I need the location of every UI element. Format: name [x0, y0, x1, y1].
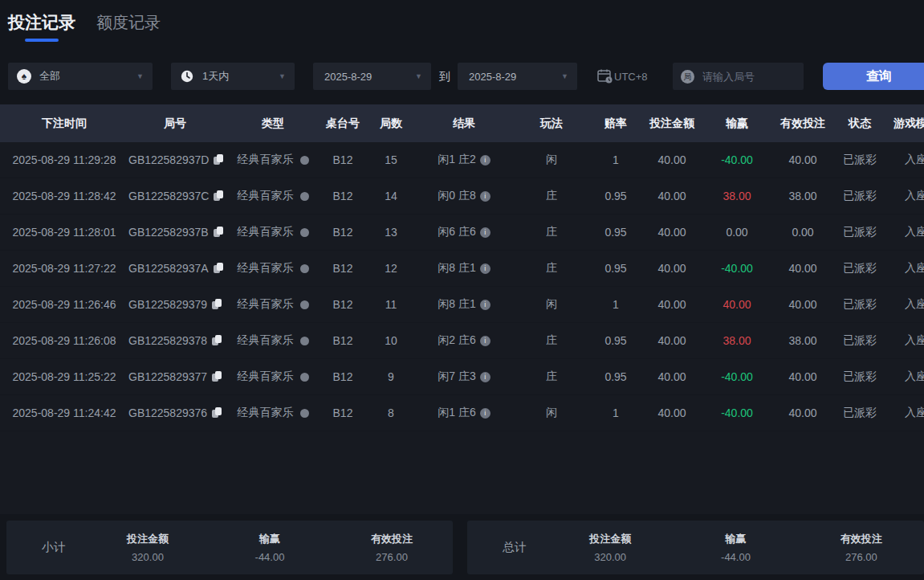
bet-amount: 40.00 [636, 262, 708, 275]
bet-amount: 40.00 [636, 406, 708, 419]
game-type: 经典百家乐 [222, 153, 324, 167]
type-dot-icon [300, 156, 309, 165]
column-header: 玩法 [507, 116, 596, 131]
round-count: 14 [361, 190, 421, 202]
clock-icon [180, 69, 194, 84]
play-type: 闲 [507, 153, 596, 167]
game-id: GB1225829379 [128, 298, 222, 311]
bet-time: 2025-08-29 11:26:46 [0, 298, 128, 311]
game-type: 经典百家乐 [222, 406, 324, 420]
result: 闲2 庄6i [421, 333, 507, 348]
odds: 0.95 [596, 334, 636, 347]
column-header: 结果 [421, 116, 507, 131]
odds: 1 [596, 406, 636, 419]
play-type: 闲 [507, 406, 596, 420]
bet-amount: 40.00 [636, 190, 708, 202]
summary-field: 投注金额 320.00 [547, 532, 673, 563]
status: 已派彩 [840, 153, 880, 167]
game-mode: 入座 [880, 261, 924, 276]
bet-time: 2025-08-29 11:28:01 [0, 226, 128, 239]
table-number: B12 [324, 226, 361, 239]
summary-bar: 小计 投注金额 320.00 输赢 -44.00 有效投注 276.00 总计 … [6, 521, 924, 574]
status: 已派彩 [840, 370, 880, 384]
tab-bar: 投注记录 额度记录 [0, 0, 924, 42]
table-number: B12 [324, 334, 361, 347]
chevron-down-icon: ▼ [561, 72, 568, 80]
result: 闲6 庄6i [421, 225, 507, 239]
type-dot-icon [300, 192, 309, 201]
info-icon[interactable]: i [480, 191, 490, 202]
column-header: 投注金额 [636, 116, 708, 131]
table-row: 2025-08-29 11:27:22 GB122582937A 经典百家乐 B… [0, 251, 924, 287]
active-tab-underline [25, 39, 59, 42]
summary-panel: 小计 投注金额 320.00 输赢 -44.00 有效投注 276.00 [6, 521, 453, 574]
column-header: 游戏模式 [880, 116, 924, 131]
date-from-dropdown[interactable]: 2025-8-29 ▼ [313, 63, 431, 90]
column-header: 输赢 [708, 116, 766, 131]
play-type: 庄 [507, 189, 596, 203]
info-icon[interactable]: i [480, 227, 490, 238]
info-icon[interactable]: i [480, 408, 490, 419]
play-type: 庄 [507, 333, 596, 348]
tab-quota-records[interactable]: 额度记录 [96, 11, 161, 42]
chevron-down-icon: ▼ [136, 72, 144, 80]
info-icon[interactable]: i [480, 372, 490, 382]
copy-icon[interactable] [214, 227, 222, 238]
game-id: GB1225829377 [128, 370, 222, 383]
column-header: 下注时间 [0, 116, 128, 131]
type-dot-icon [300, 264, 309, 273]
summary-field-value: 320.00 [87, 551, 209, 563]
summary-field-label: 投注金额 [87, 532, 209, 546]
copy-icon[interactable] [212, 407, 222, 419]
valid-bet: 40.00 [766, 406, 840, 419]
game-id: GB122582937C [128, 190, 222, 202]
info-icon[interactable]: i [480, 300, 490, 310]
win-loss: -40.00 [708, 406, 766, 419]
round-search-box[interactable]: 局 [673, 63, 804, 90]
table-row: 2025-08-29 11:28:01 GB122582937B 经典百家乐 B… [0, 214, 924, 251]
status: 已派彩 [840, 189, 880, 203]
date-to-dropdown[interactable]: 2025-8-29 ▼ [458, 63, 577, 90]
round-count: 15 [361, 153, 421, 166]
copy-icon[interactable] [212, 299, 222, 310]
column-header: 局号 [128, 116, 222, 131]
game-type: 经典百家乐 [222, 370, 324, 384]
status: 已派彩 [840, 297, 880, 312]
timezone-label: UTC+8 [614, 71, 648, 83]
info-icon[interactable]: i [480, 155, 490, 165]
summary-field-value: 276.00 [799, 551, 924, 563]
valid-bet: 38.00 [766, 190, 840, 202]
game-id: GB1225829378 [128, 334, 222, 347]
date-to-value: 2025-8-29 [469, 71, 516, 83]
table-number: B12 [324, 298, 361, 311]
result: 闲1 庄2i [421, 153, 507, 167]
summary-field-value: 320.00 [547, 551, 673, 563]
round-search-input[interactable] [701, 70, 792, 84]
query-button[interactable]: 查询 [823, 63, 924, 90]
category-dropdown[interactable]: ♠ 全部 ▼ [8, 63, 153, 90]
tab-label: 投注记录 [8, 11, 75, 34]
copy-icon[interactable] [214, 190, 222, 202]
copy-icon[interactable] [212, 335, 222, 346]
copy-icon[interactable] [214, 154, 222, 165]
copy-icon[interactable] [212, 371, 222, 382]
type-dot-icon [300, 228, 309, 237]
bet-time: 2025-08-29 11:25:22 [0, 370, 128, 383]
tab-bet-records[interactable]: 投注记录 [8, 11, 75, 42]
summary-field: 输赢 -44.00 [673, 532, 798, 563]
time-range-dropdown[interactable]: 1天内 ▼ [171, 63, 295, 90]
game-id: GB1225829376 [128, 406, 222, 419]
table-number: B12 [324, 153, 361, 166]
bet-records-table: 下注时间局号类型桌台号局数结果玩法赔率投注金额输赢有效投注状态游戏模式 2025… [0, 104, 924, 514]
copy-icon[interactable] [214, 263, 222, 274]
summary-field-value: 276.00 [331, 551, 453, 563]
calendar-clock-icon [596, 68, 613, 84]
valid-bet: 0.00 [766, 226, 840, 239]
info-icon[interactable]: i [480, 263, 490, 274]
summary-field-label: 输赢 [209, 532, 331, 546]
play-type: 庄 [507, 225, 596, 239]
play-type: 庄 [507, 261, 596, 276]
win-loss: -40.00 [708, 262, 766, 275]
round-count: 13 [361, 226, 421, 239]
info-icon[interactable]: i [480, 336, 490, 346]
